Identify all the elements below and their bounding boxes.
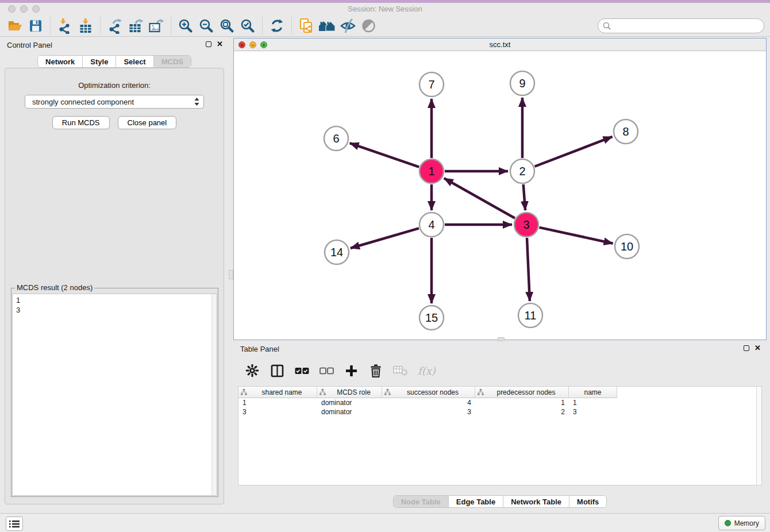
node-14[interactable]: 14 [325, 240, 349, 264]
svg-text:15: 15 [425, 311, 438, 324]
close-panel-icon[interactable]: ✕ [217, 41, 223, 48]
network-canvas[interactable]: 7968124314101511 [234, 51, 766, 340]
run-mcds-button[interactable]: Run MCDS [52, 116, 110, 129]
tab-mcds[interactable]: MCDS [154, 56, 191, 67]
delete-table-icon[interactable] [393, 363, 408, 378]
save-session-icon[interactable] [25, 17, 46, 35]
node-10[interactable]: 10 [615, 234, 639, 259]
optimization-criterion-label: Optimization criterion: [5, 81, 224, 90]
node-3[interactable]: 3 [514, 213, 538, 237]
frame-close-button[interactable]: ✕ [238, 41, 245, 48]
close-panel-button[interactable]: Close panel [118, 116, 177, 129]
zoom-fit-icon[interactable] [217, 17, 237, 35]
memory-status-icon [725, 520, 731, 526]
svg-text:6: 6 [333, 132, 339, 145]
cell-successor-nodes: 3 [382, 407, 475, 417]
table-settings-icon[interactable] [245, 363, 260, 378]
show-column-icon[interactable] [270, 363, 284, 378]
cell-predecessor-nodes: 1 [475, 398, 569, 407]
svg-text:7: 7 [428, 78, 434, 91]
import-network-icon[interactable] [55, 17, 75, 35]
result-scrollbar[interactable] [211, 294, 217, 495]
show-all-icon[interactable] [358, 17, 379, 35]
deselect-all-icon[interactable] [319, 363, 334, 378]
delete-column-icon[interactable] [368, 363, 383, 378]
cell-mcds-role: dominator [317, 398, 382, 407]
open-session-icon[interactable] [5, 17, 25, 35]
column-header-shared-name[interactable]: shared name [238, 387, 317, 398]
hide-selected-icon[interactable] [337, 17, 358, 35]
tab-select[interactable]: Select [116, 56, 153, 67]
toolbar-separator [100, 17, 101, 34]
status-bar: Memory [0, 513, 770, 532]
edge-3-11[interactable] [527, 238, 530, 301]
import-table-icon[interactable] [75, 17, 96, 35]
column-header-successor-nodes[interactable]: successor nodes [382, 387, 475, 398]
node-1[interactable]: 1 [419, 159, 444, 183]
tab-edge-table[interactable]: Edge Table [449, 496, 503, 507]
apply-layout-icon[interactable] [267, 17, 287, 35]
frame-minimize-button[interactable]: − [249, 41, 256, 48]
window-title: Session: New Session [0, 5, 770, 13]
export-network-icon[interactable] [105, 17, 125, 35]
float-table-panel-icon[interactable] [744, 345, 749, 351]
cell-shared-name: 1 [238, 398, 317, 407]
edge-1-6[interactable] [350, 143, 419, 167]
node-9[interactable]: 9 [510, 71, 534, 95]
node-2[interactable]: 2 [510, 159, 534, 183]
export-table-icon[interactable] [125, 17, 146, 35]
table-tabs: Node TableEdge TableNetwork TableMotifs [233, 495, 767, 508]
tab-motifs[interactable]: Motifs [569, 496, 606, 507]
select-all-icon[interactable] [294, 363, 309, 378]
search-input[interactable] [613, 21, 764, 31]
search-field[interactable] [598, 18, 764, 33]
zoom-selected-icon[interactable] [237, 17, 258, 35]
cell-shared-name: 3 [238, 407, 317, 417]
table-scrollbar[interactable] [756, 387, 761, 485]
edge-3-1[interactable] [444, 178, 515, 218]
task-history-button[interactable] [6, 516, 23, 531]
memory-button[interactable]: Memory [718, 516, 765, 530]
add-column-icon[interactable] [344, 363, 359, 378]
zoom-in-icon[interactable] [175, 17, 196, 35]
svg-text:8: 8 [622, 125, 629, 138]
tab-node-table[interactable]: Node Table [394, 496, 449, 507]
svg-text:4: 4 [428, 218, 434, 231]
mcds-result-values: 1 3 [13, 294, 217, 316]
criterion-select[interactable]: strongly connected component [25, 95, 204, 109]
frame-maximize-button[interactable]: + [260, 41, 267, 48]
toolbar-separator [171, 17, 171, 34]
select-stepper-icon [194, 97, 200, 106]
tab-network[interactable]: Network [38, 56, 83, 67]
table-row[interactable]: 3dominator323 [238, 407, 761, 417]
node-7[interactable]: 7 [419, 72, 444, 97]
float-panel-icon[interactable] [206, 41, 211, 47]
edge-4-14[interactable] [351, 228, 419, 248]
network-from-selection-icon[interactable] [296, 17, 317, 35]
column-header-predecessor-nodes[interactable]: predecessor nodes [475, 387, 569, 398]
network-window: ✕ − + scc.txt 7968124314101511 [233, 38, 767, 340]
edge-2-8[interactable] [534, 137, 612, 167]
column-header-name[interactable]: name [569, 387, 617, 398]
home-icon[interactable] [317, 17, 337, 35]
horizontal-splitter-handle[interactable] [498, 337, 505, 341]
tab-style[interactable]: Style [83, 56, 116, 67]
node-8[interactable]: 8 [614, 119, 638, 144]
network-window-titlebar[interactable]: ✕ − + scc.txt [234, 38, 766, 51]
node-4[interactable]: 4 [419, 213, 444, 237]
table-row[interactable]: 1dominator411 [238, 398, 761, 407]
svg-text:14: 14 [330, 246, 343, 259]
edge-2-3[interactable] [523, 184, 525, 210]
column-header-mcds-role[interactable]: MCDS role [317, 387, 382, 398]
vertical-splitter-handle[interactable] [229, 270, 233, 279]
edge-3-10[interactable] [539, 228, 613, 244]
zoom-out-icon[interactable] [196, 17, 217, 35]
close-table-panel-icon[interactable]: ✕ [754, 345, 761, 352]
export-image-icon[interactable] [146, 17, 167, 35]
node-6[interactable]: 6 [324, 126, 348, 151]
node-15[interactable]: 15 [419, 306, 444, 330]
function-builder-icon[interactable]: f(x) [418, 363, 436, 378]
svg-text:1: 1 [428, 165, 434, 178]
node-11[interactable]: 11 [518, 303, 542, 327]
tab-network-table[interactable]: Network Table [503, 496, 569, 507]
